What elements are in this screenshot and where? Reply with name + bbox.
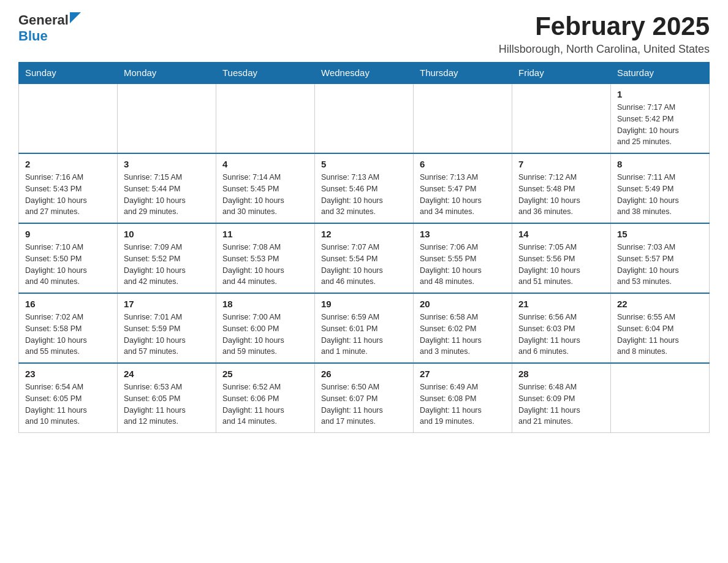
calendar-cell: 12Sunrise: 7:07 AM Sunset: 5:54 PM Dayli…: [315, 223, 414, 293]
calendar-cell: 11Sunrise: 7:08 AM Sunset: 5:53 PM Dayli…: [216, 223, 315, 293]
location-subtitle: Hillsborough, North Carolina, United Sta…: [499, 43, 710, 56]
title-section: February 2025 Hillsborough, North Caroli…: [499, 12, 710, 56]
day-number: 22: [617, 299, 703, 309]
day-info: Sunrise: 7:09 AM Sunset: 5:52 PM Dayligh…: [124, 242, 210, 288]
calendar-week-row: 1Sunrise: 7:17 AM Sunset: 5:42 PM Daylig…: [19, 83, 710, 153]
day-number: 18: [222, 299, 308, 309]
logo-general-text: General: [18, 12, 69, 28]
weekday-header-friday: Friday: [512, 63, 611, 84]
calendar-cell: 20Sunrise: 6:58 AM Sunset: 6:02 PM Dayli…: [414, 293, 512, 363]
page-header: General Blue February 2025 Hillsborough,…: [18, 12, 710, 56]
day-number: 12: [321, 229, 407, 239]
day-number: 27: [420, 369, 506, 379]
calendar-cell: 13Sunrise: 7:06 AM Sunset: 5:55 PM Dayli…: [414, 223, 512, 293]
day-number: 20: [420, 299, 506, 309]
calendar-week-row: 23Sunrise: 6:54 AM Sunset: 6:05 PM Dayli…: [19, 363, 710, 433]
day-info: Sunrise: 7:13 AM Sunset: 5:46 PM Dayligh…: [321, 172, 407, 218]
calendar-cell: 2Sunrise: 7:16 AM Sunset: 5:43 PM Daylig…: [19, 153, 118, 223]
calendar-cell: [118, 83, 216, 153]
calendar-cell: 14Sunrise: 7:05 AM Sunset: 5:56 PM Dayli…: [512, 223, 611, 293]
day-number: 25: [222, 369, 308, 379]
calendar-week-row: 9Sunrise: 7:10 AM Sunset: 5:50 PM Daylig…: [19, 223, 710, 293]
day-info: Sunrise: 7:00 AM Sunset: 6:00 PM Dayligh…: [222, 312, 308, 358]
calendar-week-row: 2Sunrise: 7:16 AM Sunset: 5:43 PM Daylig…: [19, 153, 710, 223]
calendar-cell: 27Sunrise: 6:49 AM Sunset: 6:08 PM Dayli…: [414, 363, 512, 433]
day-number: 3: [124, 159, 210, 169]
calendar-cell: [611, 363, 710, 433]
logo: General Blue: [18, 12, 81, 44]
day-number: 16: [25, 299, 111, 309]
calendar-cell: 16Sunrise: 7:02 AM Sunset: 5:58 PM Dayli…: [19, 293, 118, 363]
day-number: 24: [124, 369, 210, 379]
day-number: 6: [420, 159, 506, 169]
day-info: Sunrise: 6:52 AM Sunset: 6:06 PM Dayligh…: [222, 381, 308, 427]
day-number: 1: [617, 89, 703, 99]
day-info: Sunrise: 7:17 AM Sunset: 5:42 PM Dayligh…: [617, 102, 703, 148]
month-title: February 2025: [499, 12, 710, 40]
day-number: 8: [617, 159, 703, 169]
day-info: Sunrise: 7:03 AM Sunset: 5:57 PM Dayligh…: [617, 242, 703, 288]
day-number: 14: [518, 229, 604, 239]
calendar-cell: 25Sunrise: 6:52 AM Sunset: 6:06 PM Dayli…: [216, 363, 315, 433]
day-info: Sunrise: 7:01 AM Sunset: 5:59 PM Dayligh…: [124, 312, 210, 358]
calendar-cell: 9Sunrise: 7:10 AM Sunset: 5:50 PM Daylig…: [19, 223, 118, 293]
calendar-cell: 24Sunrise: 6:53 AM Sunset: 6:05 PM Dayli…: [118, 363, 216, 433]
day-info: Sunrise: 7:14 AM Sunset: 5:45 PM Dayligh…: [222, 172, 308, 218]
calendar-cell: [414, 83, 512, 153]
day-info: Sunrise: 7:02 AM Sunset: 5:58 PM Dayligh…: [25, 312, 111, 358]
day-info: Sunrise: 6:58 AM Sunset: 6:02 PM Dayligh…: [420, 312, 506, 358]
day-number: 28: [518, 369, 604, 379]
calendar-cell: 22Sunrise: 6:55 AM Sunset: 6:04 PM Dayli…: [611, 293, 710, 363]
weekday-header-thursday: Thursday: [414, 63, 512, 84]
logo-blue-text: Blue: [18, 28, 48, 44]
day-number: 4: [222, 159, 308, 169]
calendar-week-row: 16Sunrise: 7:02 AM Sunset: 5:58 PM Dayli…: [19, 293, 710, 363]
day-info: Sunrise: 6:54 AM Sunset: 6:05 PM Dayligh…: [25, 381, 111, 427]
calendar-cell: [315, 83, 414, 153]
calendar-cell: 6Sunrise: 7:13 AM Sunset: 5:47 PM Daylig…: [414, 153, 512, 223]
day-number: 19: [321, 299, 407, 309]
day-number: 11: [222, 229, 308, 239]
calendar-cell: 19Sunrise: 6:59 AM Sunset: 6:01 PM Dayli…: [315, 293, 414, 363]
calendar-cell: 3Sunrise: 7:15 AM Sunset: 5:44 PM Daylig…: [118, 153, 216, 223]
calendar-cell: 5Sunrise: 7:13 AM Sunset: 5:46 PM Daylig…: [315, 153, 414, 223]
weekday-header-saturday: Saturday: [611, 63, 710, 84]
calendar-cell: 18Sunrise: 7:00 AM Sunset: 6:00 PM Dayli…: [216, 293, 315, 363]
day-info: Sunrise: 6:55 AM Sunset: 6:04 PM Dayligh…: [617, 312, 703, 358]
day-info: Sunrise: 6:53 AM Sunset: 6:05 PM Dayligh…: [124, 381, 210, 427]
weekday-header-monday: Monday: [118, 63, 216, 84]
calendar-cell: 23Sunrise: 6:54 AM Sunset: 6:05 PM Dayli…: [19, 363, 118, 433]
calendar-cell: [512, 83, 611, 153]
day-info: Sunrise: 6:59 AM Sunset: 6:01 PM Dayligh…: [321, 312, 407, 358]
day-number: 5: [321, 159, 407, 169]
day-info: Sunrise: 7:07 AM Sunset: 5:54 PM Dayligh…: [321, 242, 407, 288]
day-info: Sunrise: 7:08 AM Sunset: 5:53 PM Dayligh…: [222, 242, 308, 288]
weekday-header-wednesday: Wednesday: [315, 63, 414, 84]
calendar-cell: 15Sunrise: 7:03 AM Sunset: 5:57 PM Dayli…: [611, 223, 710, 293]
day-number: 17: [124, 299, 210, 309]
day-number: 13: [420, 229, 506, 239]
day-info: Sunrise: 6:48 AM Sunset: 6:09 PM Dayligh…: [518, 381, 604, 427]
calendar-cell: 1Sunrise: 7:17 AM Sunset: 5:42 PM Daylig…: [611, 83, 710, 153]
calendar-cell: [216, 83, 315, 153]
calendar-cell: 17Sunrise: 7:01 AM Sunset: 5:59 PM Dayli…: [118, 293, 216, 363]
calendar-cell: [19, 83, 118, 153]
calendar-cell: 7Sunrise: 7:12 AM Sunset: 5:48 PM Daylig…: [512, 153, 611, 223]
day-info: Sunrise: 7:16 AM Sunset: 5:43 PM Dayligh…: [25, 172, 111, 218]
calendar-cell: 28Sunrise: 6:48 AM Sunset: 6:09 PM Dayli…: [512, 363, 611, 433]
day-number: 26: [321, 369, 407, 379]
calendar-cell: 10Sunrise: 7:09 AM Sunset: 5:52 PM Dayli…: [118, 223, 216, 293]
day-info: Sunrise: 6:56 AM Sunset: 6:03 PM Dayligh…: [518, 312, 604, 358]
logo-triangle-icon: [70, 12, 81, 23]
day-info: Sunrise: 7:13 AM Sunset: 5:47 PM Dayligh…: [420, 172, 506, 218]
day-number: 9: [25, 229, 111, 239]
day-info: Sunrise: 7:06 AM Sunset: 5:55 PM Dayligh…: [420, 242, 506, 288]
weekday-header-sunday: Sunday: [19, 63, 118, 84]
day-info: Sunrise: 7:12 AM Sunset: 5:48 PM Dayligh…: [518, 172, 604, 218]
calendar-header-row: SundayMondayTuesdayWednesdayThursdayFrid…: [19, 63, 710, 84]
calendar-cell: 21Sunrise: 6:56 AM Sunset: 6:03 PM Dayli…: [512, 293, 611, 363]
day-info: Sunrise: 7:05 AM Sunset: 5:56 PM Dayligh…: [518, 242, 604, 288]
day-number: 2: [25, 159, 111, 169]
day-info: Sunrise: 6:50 AM Sunset: 6:07 PM Dayligh…: [321, 381, 407, 427]
calendar-cell: 26Sunrise: 6:50 AM Sunset: 6:07 PM Dayli…: [315, 363, 414, 433]
